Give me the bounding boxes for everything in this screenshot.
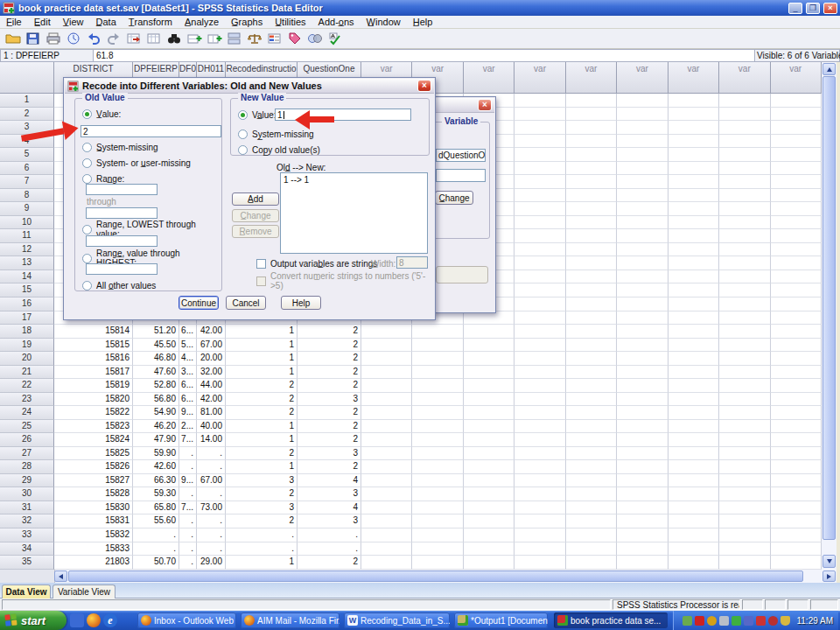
row-number[interactable]: 14 [0, 270, 54, 284]
data-cell[interactable]: 9... [179, 474, 197, 488]
data-cell[interactable] [771, 352, 822, 366]
data-cell[interactable] [464, 487, 514, 501]
data-cell[interactable] [719, 256, 770, 270]
menu-view[interactable]: V̲iew [57, 17, 90, 27]
insert-variable-icon[interactable] [205, 31, 223, 46]
data-cell[interactable] [771, 514, 822, 528]
data-cell[interactable] [514, 447, 565, 461]
data-cell[interactable] [514, 284, 565, 298]
data-cell[interactable] [464, 379, 514, 393]
data-cell[interactable]: 66.30 [133, 474, 179, 488]
spell-check-icon[interactable] [326, 31, 344, 46]
range-from-field[interactable] [86, 184, 158, 195]
data-cell[interactable]: 73.00 [197, 501, 226, 515]
data-cell[interactable] [514, 393, 565, 407]
row-number[interactable]: 2 [0, 108, 54, 122]
data-cell[interactable] [719, 501, 770, 515]
cancel-button[interactable]: Cancel [226, 296, 266, 310]
row-number[interactable]: 1 [0, 94, 54, 108]
data-cell[interactable] [719, 189, 770, 203]
data-cell[interactable]: 2 [298, 366, 361, 380]
data-cell[interactable] [361, 460, 412, 474]
data-cell[interactable] [668, 406, 719, 420]
data-cell[interactable]: 9... [179, 406, 197, 420]
data-cell[interactable]: 47.60 [133, 366, 179, 380]
data-cell[interactable] [771, 175, 822, 189]
output-variable-name-field[interactable]: dQuestionOne [436, 149, 486, 162]
network-tray-icon[interactable] [744, 616, 753, 626]
data-cell[interactable] [464, 393, 514, 407]
data-cell[interactable] [719, 148, 770, 162]
variables-icon[interactable] [144, 31, 163, 46]
data-cell[interactable] [514, 406, 565, 420]
scroll-down-button[interactable] [822, 555, 836, 568]
data-cell[interactable]: 7... [179, 433, 197, 447]
data-cell[interactable]: 40.00 [197, 420, 226, 434]
data-cell[interactable] [412, 420, 463, 434]
update-tray-icon[interactable] [768, 616, 778, 626]
minimize-button[interactable]: _ [788, 3, 802, 14]
data-cell[interactable]: . [179, 514, 197, 528]
data-cell[interactable] [361, 420, 412, 434]
new-value-radio[interactable] [238, 110, 248, 120]
data-cell[interactable]: 52.80 [133, 379, 179, 393]
data-cell[interactable] [361, 366, 412, 380]
data-cell[interactable] [719, 108, 770, 122]
data-cell[interactable] [514, 366, 565, 380]
data-cell[interactable] [668, 474, 719, 488]
data-cell[interactable] [617, 270, 668, 284]
data-cell[interactable]: . [179, 487, 197, 501]
data-cell[interactable] [771, 298, 822, 312]
data-cell[interactable] [668, 202, 719, 216]
data-cell[interactable] [566, 135, 617, 149]
row-number[interactable]: 15 [0, 284, 54, 298]
data-cell[interactable]: . [133, 528, 179, 542]
data-cell[interactable] [566, 108, 617, 122]
data-cell[interactable]: 2 [226, 379, 298, 393]
data-cell[interactable] [719, 175, 770, 189]
data-cell[interactable] [668, 393, 719, 407]
data-cell[interactable]: 2 [226, 487, 298, 501]
split-file-icon[interactable] [225, 31, 243, 46]
data-cell[interactable] [617, 135, 668, 149]
data-cell[interactable] [719, 121, 770, 135]
range-to-field[interactable] [86, 207, 158, 219]
data-cell[interactable] [566, 189, 617, 203]
data-cell[interactable] [617, 94, 668, 108]
data-cell[interactable] [464, 406, 514, 420]
redo-icon[interactable] [104, 31, 122, 46]
data-cell[interactable]: 56.80 [133, 393, 179, 407]
data-cell[interactable] [668, 501, 719, 515]
data-cell[interactable] [668, 189, 719, 203]
data-cell[interactable] [668, 420, 719, 434]
data-cell[interactable] [412, 474, 463, 488]
scroll-right-button[interactable] [822, 570, 836, 582]
data-cell[interactable] [771, 189, 822, 203]
data-cell[interactable] [771, 501, 822, 515]
cell-editor[interactable]: 61.8 [94, 49, 755, 62]
data-cell[interactable]: 2 [298, 433, 361, 447]
data-cell[interactable] [668, 312, 719, 326]
data-cell[interactable] [464, 433, 514, 447]
data-cell[interactable] [514, 202, 565, 216]
data-cell[interactable]: 4 [298, 474, 361, 488]
data-cell[interactable]: 15816 [54, 352, 133, 366]
data-cell[interactable]: 81.00 [197, 406, 226, 420]
print-icon[interactable] [44, 31, 62, 46]
data-cell[interactable] [668, 433, 719, 447]
data-cell[interactable] [771, 339, 822, 353]
data-cell[interactable] [566, 501, 617, 515]
data-cell[interactable] [617, 243, 668, 257]
column-header-var[interactable]: var [617, 62, 668, 94]
data-cell[interactable] [771, 460, 822, 474]
data-cell[interactable]: . [226, 542, 298, 556]
data-cell[interactable]: . [179, 460, 197, 474]
messenger-tray-icon[interactable] [719, 616, 729, 626]
data-cell[interactable] [566, 229, 617, 243]
row-number[interactable]: 24 [0, 406, 54, 420]
menu-utilities[interactable]: U̲tilities [269, 17, 312, 27]
data-cell[interactable] [668, 514, 719, 528]
remove-button[interactable]: R̲emove [232, 225, 279, 238]
data-cell[interactable] [719, 135, 770, 149]
old-value-radio[interactable] [82, 109, 92, 119]
